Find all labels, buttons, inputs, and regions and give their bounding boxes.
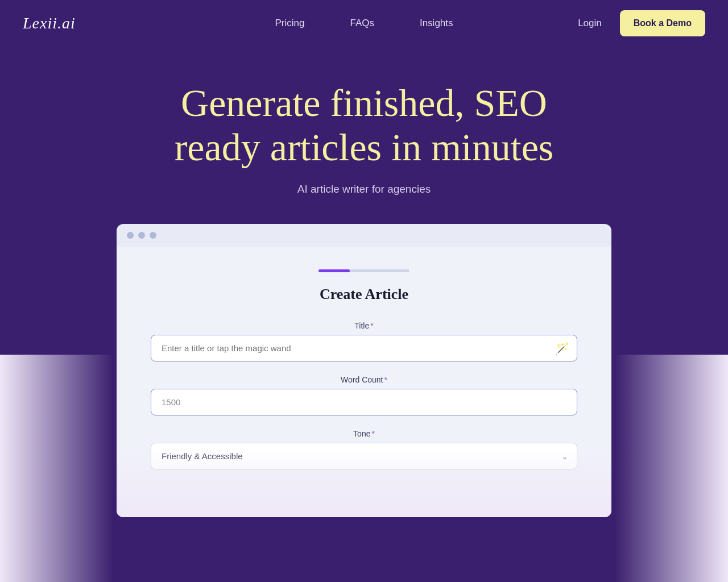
title-label: Title* bbox=[151, 321, 577, 330]
window-dot-yellow bbox=[138, 232, 145, 239]
login-link[interactable]: Login bbox=[578, 18, 602, 29]
logo-text: Lexii.ai bbox=[23, 14, 76, 32]
title-input[interactable] bbox=[151, 335, 577, 361]
nav-link-faqs[interactable]: FAQs bbox=[350, 18, 374, 29]
tone-select[interactable]: Friendly & Accessible Professional Casua… bbox=[151, 443, 577, 469]
window-body: Create Article Title* 🪄 Word Count* bbox=[117, 247, 611, 517]
navbar: Lexii.ai Pricing FAQs Insights Login Boo… bbox=[0, 0, 728, 47]
word-count-required: * bbox=[384, 375, 387, 384]
hero-title: Generate finished, SEO ready articles in… bbox=[136, 81, 592, 169]
tone-field-group: Tone* Friendly & Accessible Professional… bbox=[151, 429, 577, 469]
nav-right: Login Book a Demo bbox=[578, 10, 705, 36]
hero-section: Generate finished, SEO ready articles in… bbox=[0, 47, 728, 517]
magic-wand-icon[interactable]: 🪄 bbox=[555, 342, 569, 355]
progress-bar-track bbox=[318, 269, 410, 272]
nav-links: Pricing FAQs Insights bbox=[275, 18, 453, 29]
progress-bar-fill bbox=[318, 269, 350, 272]
book-demo-button[interactable]: Book a Demo bbox=[620, 10, 705, 36]
nav-link-insights[interactable]: Insights bbox=[420, 18, 453, 29]
tone-label: Tone* bbox=[151, 429, 577, 438]
tone-required: * bbox=[371, 429, 374, 438]
window-dot-green bbox=[150, 232, 156, 239]
logo[interactable]: Lexii.ai bbox=[23, 14, 76, 32]
word-count-label: Word Count* bbox=[151, 375, 577, 384]
tone-select-wrapper: Friendly & Accessible Professional Casua… bbox=[151, 443, 577, 469]
word-count-input[interactable] bbox=[151, 389, 577, 415]
nav-link-pricing[interactable]: Pricing bbox=[275, 18, 304, 29]
window-dot-red bbox=[127, 232, 134, 239]
progress-area bbox=[151, 269, 577, 272]
form-title: Create Article bbox=[151, 286, 577, 303]
hero-subtitle: AI article writer for agencies bbox=[297, 183, 431, 196]
title-input-wrapper: 🪄 bbox=[151, 335, 577, 361]
title-required: * bbox=[370, 321, 373, 330]
title-field-group: Title* 🪄 bbox=[151, 321, 577, 361]
window-chrome bbox=[117, 224, 611, 247]
word-count-field-group: Word Count* bbox=[151, 375, 577, 415]
demo-window: Create Article Title* 🪄 Word Count* bbox=[117, 224, 611, 517]
